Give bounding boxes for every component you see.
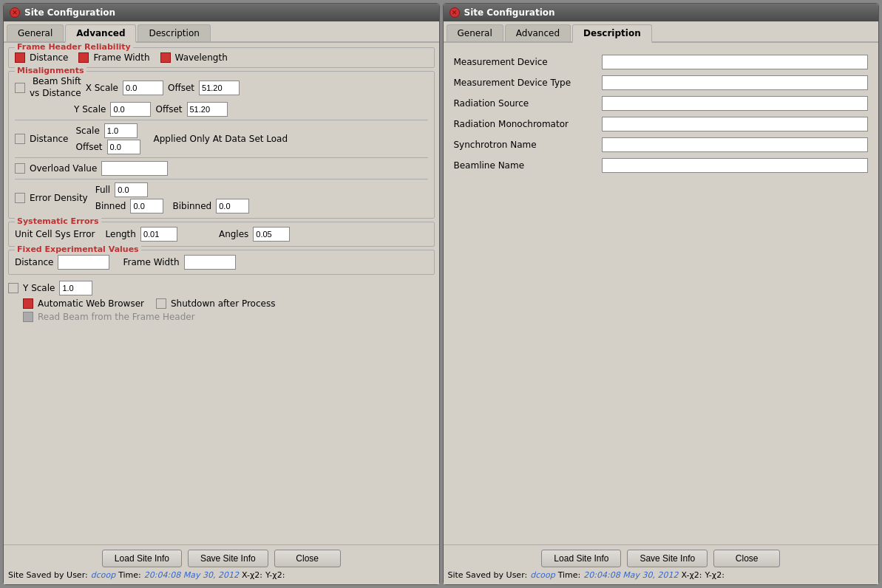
beam-shift-row: Beam Shift vs Distance X Scale Offset bbox=[15, 76, 428, 99]
left-x-chi2: X-χ2: bbox=[242, 570, 262, 580]
right-saved-by: Site Saved by User: bbox=[448, 570, 528, 580]
right-window-title: Site Configuration bbox=[464, 7, 555, 18]
y-scale-misc-input[interactable] bbox=[59, 281, 92, 295]
x-offset-input[interactable] bbox=[199, 81, 240, 95]
distance-scale-row: Distance Scale Offset Applied Only At Da… bbox=[15, 123, 428, 154]
y-scale-misc-checkbox[interactable] bbox=[8, 283, 18, 293]
distance-mis-label: Distance bbox=[30, 134, 68, 144]
tab-advanced-left[interactable]: Advanced bbox=[65, 24, 136, 43]
right-close-button[interactable]: ✕ bbox=[450, 7, 460, 18]
web-shutdown-row: Automatic Web Browser Shutdown after Pro… bbox=[23, 298, 435, 309]
radiation-monochromator-input[interactable] bbox=[602, 117, 869, 131]
right-close-button[interactable]: Close bbox=[713, 550, 780, 567]
distance-checkbox-red[interactable] bbox=[15, 52, 25, 63]
right-footer-buttons: Load Site Info Save Site Info Close bbox=[448, 550, 875, 567]
right-user: dcoop bbox=[530, 570, 554, 580]
measurement-device-type-input[interactable] bbox=[602, 75, 869, 90]
left-title-bar: ✕ Site Configuration bbox=[4, 4, 439, 21]
left-y-chi2: Y-χ2: bbox=[265, 570, 285, 580]
systematic-errors-group: Systematic Errors Unit Cell Sys Error Le… bbox=[8, 222, 435, 247]
x-scale-input[interactable] bbox=[123, 81, 163, 95]
tab-general-right[interactable]: General bbox=[447, 24, 503, 41]
overload-input[interactable] bbox=[101, 161, 168, 176]
binned-input[interactable] bbox=[130, 199, 163, 213]
d-scale-input[interactable] bbox=[104, 123, 138, 138]
frame-header-row: Distance Frame Width Wavelength bbox=[15, 52, 428, 63]
left-status-bar: Site Saved by User: dcoop Time: 20:04:08… bbox=[8, 570, 435, 580]
tab-description-left[interactable]: Description bbox=[138, 24, 210, 41]
beamline-name-input[interactable] bbox=[602, 158, 869, 173]
tab-description-right[interactable]: Description bbox=[572, 24, 652, 43]
y-scale-row: Y Scale Offset bbox=[74, 102, 428, 117]
fixed-experimental-label: Fixed Experimental Values bbox=[15, 245, 141, 254]
beam-shift-checkbox[interactable] bbox=[15, 83, 25, 93]
frame-header-reliability-group: Frame Header Reliability Distance Frame … bbox=[8, 47, 435, 68]
frame-width-checkbox-red[interactable] bbox=[78, 52, 89, 63]
overload-checkbox[interactable] bbox=[15, 163, 25, 174]
angles-input[interactable] bbox=[253, 227, 290, 242]
read-beam-checkbox bbox=[23, 312, 33, 322]
d-offset-input[interactable] bbox=[107, 140, 140, 154]
description-fields: Measurement Device Measurement Device Ty… bbox=[448, 47, 875, 186]
x-offset-label: Offset bbox=[168, 83, 194, 93]
radiation-source-input[interactable] bbox=[602, 96, 869, 111]
left-load-button[interactable]: Load Site Info bbox=[102, 550, 182, 567]
y-scale-misc-label: Y Scale bbox=[23, 283, 55, 293]
y-offset-input[interactable] bbox=[187, 102, 228, 117]
length-input[interactable] bbox=[140, 227, 177, 242]
left-time-value: 20:04:08 May 30, 2012 bbox=[144, 570, 239, 580]
y-offset-label: Offset bbox=[155, 104, 182, 114]
y-scale-misc-row: Y Scale bbox=[8, 281, 435, 295]
length-label: Length bbox=[106, 229, 136, 239]
left-save-button[interactable]: Save Site Info bbox=[188, 550, 268, 567]
wavelength-checkbox-red[interactable] bbox=[160, 52, 171, 63]
misc-group: Y Scale Automatic Web Browser Shutdown a… bbox=[8, 278, 435, 325]
overload-row: Overload Value bbox=[15, 161, 428, 176]
auto-web-checkbox[interactable] bbox=[23, 298, 33, 309]
frame-width-label: Frame Width bbox=[93, 52, 149, 63]
overload-label: Overload Value bbox=[30, 163, 97, 174]
tab-general-left[interactable]: General bbox=[7, 24, 64, 41]
angles-label: Angles bbox=[219, 229, 248, 239]
right-load-button[interactable]: Load Site Info bbox=[541, 550, 621, 567]
y-scale-input[interactable] bbox=[110, 102, 151, 117]
shutdown-label: Shutdown after Process bbox=[171, 298, 275, 309]
beamline-name-row: Beamline Name bbox=[454, 158, 869, 173]
measurement-device-label: Measurement Device bbox=[454, 57, 602, 67]
right-time-value: 20:04:08 May 30, 2012 bbox=[583, 570, 678, 580]
right-content: Measurement Device Measurement Device Ty… bbox=[444, 43, 879, 544]
d-scale-label: Scale bbox=[75, 126, 99, 136]
bibinned-input[interactable] bbox=[216, 199, 249, 213]
left-close-button[interactable]: ✕ bbox=[10, 7, 20, 18]
radiation-source-row: Radiation Source bbox=[454, 96, 869, 111]
measurement-device-row: Measurement Device bbox=[454, 55, 869, 69]
applied-only-label: Applied Only At Data Set Load bbox=[154, 134, 288, 144]
synchrotron-name-input[interactable] bbox=[602, 137, 869, 152]
unit-cell-row: Unit Cell Sys Error Length Angles bbox=[15, 227, 428, 242]
shutdown-checkbox[interactable] bbox=[156, 298, 166, 309]
error-density-label: Error Density bbox=[30, 193, 88, 203]
x-scale-label: X Scale bbox=[86, 83, 118, 93]
synchrotron-name-label: Synchrotron Name bbox=[454, 140, 602, 150]
full-input[interactable] bbox=[115, 182, 148, 197]
fixed-dist-input[interactable] bbox=[58, 255, 109, 270]
read-beam-row: Read Beam from the Frame Header bbox=[23, 312, 435, 322]
error-density-checkbox[interactable] bbox=[15, 193, 25, 203]
right-tab-bar: General Advanced Description bbox=[444, 21, 879, 43]
distance-checkbox[interactable] bbox=[15, 134, 25, 144]
left-time-label: Time: bbox=[118, 570, 141, 580]
systematic-errors-label: Systematic Errors bbox=[15, 216, 101, 226]
tab-advanced-right[interactable]: Advanced bbox=[505, 24, 571, 41]
left-close-button[interactable]: Close bbox=[274, 550, 341, 567]
unit-cell-label: Unit Cell Sys Error bbox=[15, 229, 95, 239]
wavelength-label: Wavelength bbox=[175, 52, 228, 63]
measurement-device-type-row: Measurement Device Type bbox=[454, 75, 869, 90]
radiation-monochromator-label: Radiation Monochromator bbox=[454, 119, 602, 129]
read-beam-label: Read Beam from the Frame Header bbox=[38, 312, 195, 322]
right-save-button[interactable]: Save Site Info bbox=[627, 550, 708, 567]
full-label: Full bbox=[95, 185, 111, 195]
right-status-bar: Site Saved by User: dcoop Time: 20:04:08… bbox=[448, 570, 875, 580]
measurement-device-input[interactable] bbox=[602, 55, 869, 69]
left-content: Frame Header Reliability Distance Frame … bbox=[4, 43, 439, 544]
fixed-fw-input[interactable] bbox=[184, 255, 236, 270]
